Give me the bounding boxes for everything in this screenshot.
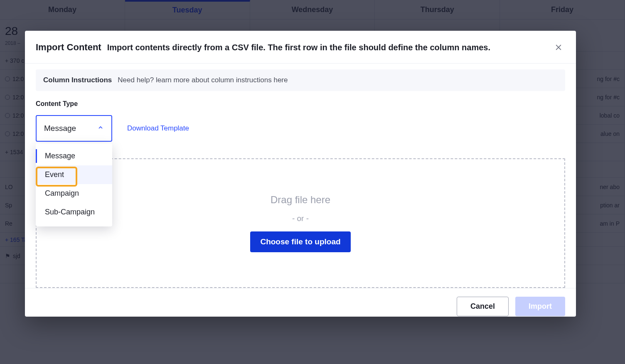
content-type-value: Message <box>44 124 76 133</box>
dropzone-or: - or - <box>292 214 309 223</box>
modal-footer: Cancel Import <box>25 288 576 326</box>
option-message[interactable]: Message <box>36 147 112 165</box>
column-instructions-text: Need help? learn more about column instr… <box>118 76 288 84</box>
file-dropzone[interactable]: Drag file here - or - Choose file to upl… <box>36 158 565 288</box>
chevron-up-icon <box>97 124 104 133</box>
dropzone-text: Drag file here <box>271 194 330 206</box>
cancel-button[interactable]: Cancel <box>457 297 509 316</box>
option-event[interactable]: Event <box>36 165 112 184</box>
import-button[interactable]: Import <box>515 297 565 316</box>
download-template-link[interactable]: Download Template <box>127 124 189 133</box>
import-content-modal: Import Content Import contents directly … <box>25 31 576 317</box>
column-instructions-lead: Column Instructions <box>43 76 112 84</box>
option-campaign[interactable]: Campaign <box>36 184 112 203</box>
column-instructions-bar[interactable]: Column Instructions Need help? learn mor… <box>36 69 565 91</box>
content-type-select[interactable]: Message <box>36 115 112 142</box>
close-icon <box>554 43 563 52</box>
modal-title: Import Content <box>36 42 101 53</box>
choose-file-button[interactable]: Choose file to upload <box>250 231 350 252</box>
close-button[interactable] <box>553 42 564 53</box>
content-type-label: Content Type <box>36 100 565 108</box>
modal-header: Import Content Import contents directly … <box>25 31 576 64</box>
modal-subtitle: Import contents directly from a CSV file… <box>107 43 553 52</box>
option-sub-campaign[interactable]: Sub-Campaign <box>36 203 112 221</box>
content-type-dropdown: Message Event Campaign Sub-Campaign <box>36 143 112 226</box>
